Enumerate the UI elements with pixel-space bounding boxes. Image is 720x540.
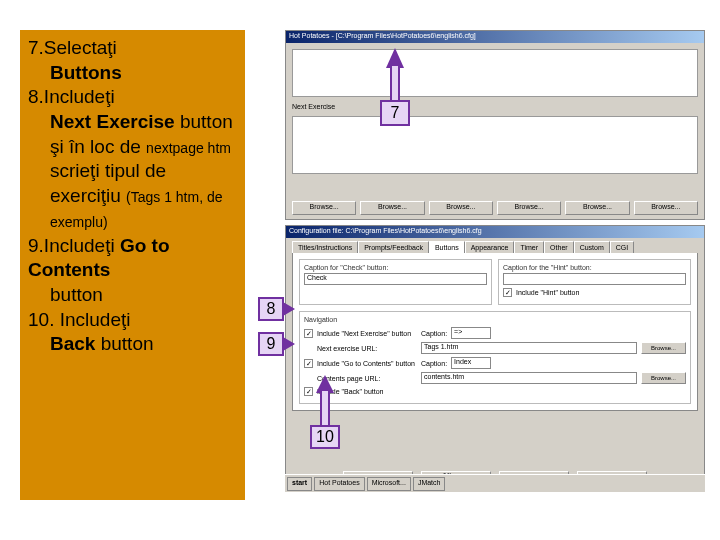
tab-prompts[interactable]: Prompts/Feedback [358,241,429,253]
tab-other[interactable]: Other [544,241,574,253]
step-10: 10. Includeţi Back button [28,308,237,357]
arrow-7-stem [390,66,400,102]
step8-text-a: Includeţi [44,86,115,107]
step8-num: 8. [28,86,44,107]
tab-content: Caption for "Check" button: Check Captio… [292,253,698,411]
config-window: Configuration file: C:\Program Files\Hot… [285,225,705,490]
panel-2 [292,116,698,174]
step-7: 7.Selectaţi Buttons [28,36,237,85]
arrow-10-stem [320,391,330,427]
arrow-7 [386,48,404,68]
step7-text: Selectaţi [44,37,117,58]
tab-custom[interactable]: Custom [574,241,610,253]
step10-text-c: button [95,333,153,354]
tab-appearance[interactable]: Appearance [465,241,515,253]
check-caption-label: Caption for "Check" button: [304,264,487,271]
hint-check-label: Include "Hint" button [516,289,579,296]
contents-caption-input[interactable]: Index [451,357,491,369]
tab-buttons[interactable]: Buttons [429,241,465,253]
nav-header: Navigation [304,316,686,323]
step9-text-c: button [50,284,103,305]
step9-num: 9. [28,235,44,256]
browse-button[interactable]: Browse... [641,342,686,354]
step9-text-a: Includeţi [44,235,120,256]
taskbar: start Hot Potatoes Microsoft... JMatch [285,474,705,492]
step10-bold: Back [50,333,95,354]
arrow-9 [283,337,295,351]
check-caption-input[interactable]: Check [304,273,487,285]
taskbar-item[interactable]: Hot Potatoes [314,477,364,491]
next-exercise-checkbox[interactable]: ✓ [304,329,313,338]
callout-7: 7 [380,100,410,126]
browse-button[interactable]: Browse... [634,201,698,215]
next-caption-input[interactable]: => [451,327,491,339]
tab-row: Titles/Instructions Prompts/Feedback But… [292,241,698,253]
back-checkbox[interactable]: ✓ [304,387,313,396]
step-8: 8.Includeţi Next Exercise button şi în l… [28,85,237,233]
caption-label: Caption: [421,330,447,337]
window1-buttons: Browse... Browse... Browse... Browse... … [292,201,698,215]
navigation-group: Navigation ✓ Include "Next Exercise" but… [299,311,691,404]
window1-titlebar: Hot Potatoes - [C:\Program Files\HotPota… [286,31,704,43]
next-exercise-label: Include "Next Exercise" button [317,330,417,337]
contents-url-input[interactable]: contents.htm [421,372,637,384]
browse-button[interactable]: Browse... [641,372,686,384]
next-url-label: Next exercise URL: [317,345,417,352]
callout-10: 10 [310,425,340,449]
step10-num: 10. [28,309,54,330]
step7-num: 7. [28,37,44,58]
browse-button[interactable]: Browse... [429,201,493,215]
window2-titlebar: Configuration file: C:\Program Files\Hot… [286,226,704,238]
taskbar-item[interactable]: JMatch [413,477,446,491]
instructions-panel: 7.Selectaţi Buttons 8.Includeţi Next Exe… [20,30,245,500]
caption-label: Caption: [421,360,447,367]
browse-button[interactable]: Browse... [292,201,356,215]
taskbar-item[interactable]: Microsoft... [367,477,411,491]
step-9: 9.Includeţi Go to Contents button [28,234,237,308]
hint-caption-label: Caption for the "Hint" button: [503,264,686,271]
hint-caption-input[interactable] [503,273,686,285]
callout-9: 9 [258,332,284,356]
step8-small-d: nextpage htm [146,140,231,156]
tab-timer[interactable]: Timer [514,241,544,253]
step7-bold: Buttons [28,61,237,86]
arrow-8 [283,302,295,316]
hint-checkbox[interactable]: ✓ [503,288,512,297]
contents-checkbox[interactable]: ✓ [304,359,313,368]
step8-bold: Next Exercise [50,111,175,132]
browse-button[interactable]: Browse... [497,201,561,215]
tab-titles[interactable]: Titles/Instructions [292,241,358,253]
callout-8: 8 [258,297,284,321]
browse-button[interactable]: Browse... [565,201,629,215]
step10-text-a: Includeţi [54,309,130,330]
start-button[interactable]: start [287,477,312,491]
panel-1 [292,49,698,97]
contents-label: Include "Go to Contents" button [317,360,417,367]
browse-button[interactable]: Browse... [360,201,424,215]
next-url-input[interactable]: Tags 1.htm [421,342,637,354]
panel-label: Next Exercise [292,103,698,110]
app-window-1: Hot Potatoes - [C:\Program Files\HotPota… [285,30,705,220]
tab-cgi[interactable]: CGI [610,241,634,253]
